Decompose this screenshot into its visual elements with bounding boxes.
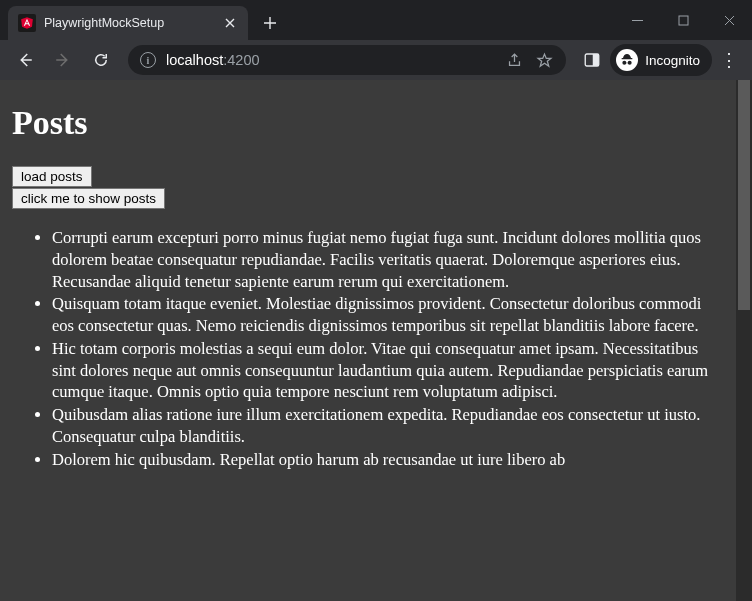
vertical-scrollbar[interactable]: [736, 80, 752, 601]
load-posts-button[interactable]: load posts: [12, 166, 92, 187]
minimize-button[interactable]: [614, 0, 660, 40]
page-title: Posts: [12, 104, 724, 142]
browser-tab-active[interactable]: PlaywrightMockSetup: [8, 6, 248, 40]
forward-button[interactable]: [46, 43, 80, 77]
list-item: Corrupti earum excepturi porro minus fug…: [52, 227, 724, 292]
site-info-icon[interactable]: i: [140, 52, 156, 68]
incognito-icon: [616, 49, 638, 71]
page-content: Posts load posts click me to show posts …: [0, 80, 736, 601]
url-port: :4200: [223, 52, 259, 68]
tab-title: PlaywrightMockSetup: [44, 16, 214, 30]
new-tab-button[interactable]: [256, 9, 284, 37]
share-icon[interactable]: [504, 52, 524, 69]
list-item: Hic totam corporis molestias a sequi eum…: [52, 338, 724, 403]
scrollbar-thumb[interactable]: [738, 80, 750, 310]
maximize-button[interactable]: [660, 0, 706, 40]
url-text: localhost:4200: [166, 52, 494, 68]
incognito-label: Incognito: [645, 53, 700, 68]
window-controls: [614, 0, 752, 40]
incognito-indicator[interactable]: Incognito: [610, 44, 712, 76]
reload-button[interactable]: [84, 43, 118, 77]
browser-toolbar: i localhost:4200 Incognito ⋮: [0, 40, 752, 80]
url-host: localhost: [166, 52, 223, 68]
close-tab-icon[interactable]: [222, 15, 238, 31]
angular-favicon: [18, 14, 36, 32]
window-titlebar: PlaywrightMockSetup: [0, 0, 752, 40]
svg-rect-2: [593, 54, 599, 66]
button-stack: load posts click me to show posts: [12, 166, 724, 209]
list-item: Quisquam totam itaque eveniet. Molestiae…: [52, 293, 724, 337]
viewport: Posts load posts click me to show posts …: [0, 80, 752, 601]
back-button[interactable]: [8, 43, 42, 77]
side-panel-icon[interactable]: [576, 44, 608, 76]
toolbar-right: Incognito ⋮: [576, 44, 744, 76]
bookmark-star-icon[interactable]: [534, 52, 554, 69]
list-item: Dolorem hic quibusdam. Repellat optio ha…: [52, 449, 724, 471]
svg-rect-0: [679, 16, 688, 25]
close-window-button[interactable]: [706, 0, 752, 40]
address-bar[interactable]: i localhost:4200: [128, 45, 566, 75]
browser-menu-button[interactable]: ⋮: [714, 49, 744, 71]
posts-list: Corrupti earum excepturi porro minus fug…: [12, 227, 724, 470]
list-item: Quibusdam alias ratione iure illum exerc…: [52, 404, 724, 448]
show-posts-button[interactable]: click me to show posts: [12, 188, 165, 209]
tabs-area: PlaywrightMockSetup: [0, 0, 284, 40]
